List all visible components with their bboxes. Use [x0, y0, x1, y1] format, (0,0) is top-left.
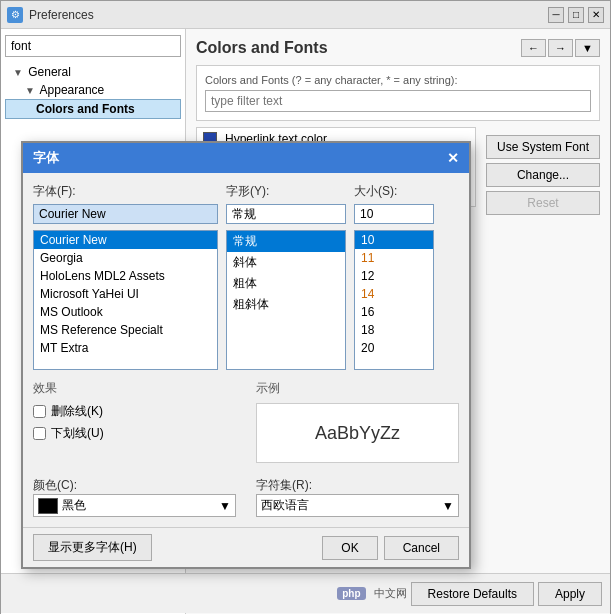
php-label: 中文网 — [374, 586, 407, 601]
font-dialog-body: 字体(F): 字形(Y): 大小(S): Courier New Georgia… — [23, 173, 469, 527]
filter-input[interactable] — [205, 90, 591, 112]
font-family-list[interactable]: Courier New Georgia HoloLens MDL2 Assets… — [33, 230, 218, 370]
charset-dropdown[interactable]: 西欧语言 ▼ — [256, 494, 459, 517]
right-buttons: Use System Font Change... Reset — [486, 135, 600, 215]
strikethrough-row: 删除线(K) — [33, 403, 236, 420]
filter-section: Colors and Fonts (? = any character, * =… — [196, 65, 600, 121]
strikethrough-label: 删除线(K) — [51, 403, 103, 420]
color-row: 颜色(C): — [33, 477, 236, 494]
sidebar-tree: ▼ General ▼ Appearance Colors and Fonts — [5, 63, 181, 119]
maximize-button[interactable]: □ — [568, 7, 584, 23]
preview-text: AaBbYyZz — [315, 423, 400, 444]
color-dropdown[interactable]: 黑色 ▼ — [33, 494, 236, 517]
list-item[interactable]: Georgia — [34, 249, 217, 267]
sidebar-item-colors-and-fonts[interactable]: Colors and Fonts — [5, 99, 181, 119]
color-label: 颜色(C): — [33, 477, 88, 494]
restore-defaults-button[interactable]: Restore Defaults — [411, 582, 534, 606]
font-style-list[interactable]: 常规 斜体 粗体 粗斜体 — [226, 230, 346, 370]
list-item[interactable]: 16 — [355, 303, 433, 321]
preview-title: 示例 — [256, 380, 459, 397]
font-effects-row: 效果 删除线(K) 下划线(U) 示例 AaBbYyZz — [33, 380, 459, 463]
list-item[interactable]: MS Outlook — [34, 303, 217, 321]
list-item[interactable]: 粗体 — [227, 273, 345, 294]
underline-row: 下划线(U) — [33, 425, 236, 442]
list-item[interactable]: 20 — [355, 339, 433, 357]
font-column-labels: 字体(F): 字形(Y): 大小(S): — [33, 183, 459, 200]
font-dialog-title-bar: 字体 ✕ — [23, 143, 469, 173]
preview-col: 示例 AaBbYyZz — [256, 380, 459, 463]
back-button[interactable]: ← — [521, 39, 546, 57]
charset-dropdown-arrow: ▼ — [442, 499, 454, 513]
list-item[interactable]: 14 — [355, 285, 433, 303]
list-item[interactable]: 常规 — [227, 231, 345, 252]
nav-dropdown-button[interactable]: ▼ — [575, 39, 600, 57]
window-title: Preferences — [29, 8, 94, 22]
sidebar-colors-fonts-label: Colors and Fonts — [36, 102, 135, 116]
font-size-input[interactable] — [354, 204, 434, 224]
charset-label: 字符集(R): — [256, 477, 312, 494]
family-label: 字体(F): — [33, 183, 218, 200]
main-header: Colors and Fonts ← → ▼ — [196, 39, 600, 57]
pref-bottom-bar: php 中文网 Restore Defaults Apply — [1, 573, 610, 613]
change-button[interactable]: Change... — [486, 163, 600, 187]
sidebar-item-appearance[interactable]: ▼ Appearance — [5, 81, 181, 99]
filter-label: Colors and Fonts (? = any character, * =… — [205, 74, 591, 86]
arrow-icon-2: ▼ — [25, 85, 35, 96]
title-bar-controls: ─ □ ✕ — [548, 7, 604, 23]
arrow-icon: ▼ — [13, 67, 23, 78]
underline-checkbox[interactable] — [33, 427, 46, 440]
charset-row: 字符集(R): — [256, 477, 459, 494]
search-input[interactable] — [5, 35, 181, 57]
list-item[interactable]: 粗斜体 — [227, 294, 345, 315]
title-bar: ⚙ Preferences ─ □ ✕ — [1, 1, 610, 29]
list-item[interactable]: MT Extra — [34, 339, 217, 357]
list-item[interactable]: 12 — [355, 267, 433, 285]
font-dialog-title-label: 字体 — [33, 149, 59, 167]
font-dialog-close-button[interactable]: ✕ — [447, 150, 459, 166]
color-value: 黑色 — [62, 497, 86, 514]
sidebar-appearance-label: Appearance — [40, 83, 105, 97]
apply-button[interactable]: Apply — [538, 582, 602, 606]
underline-label: 下划线(U) — [51, 425, 104, 442]
list-item[interactable]: 10 — [355, 231, 433, 249]
effects-col: 效果 删除线(K) 下划线(U) — [33, 380, 236, 463]
color-block — [38, 498, 58, 514]
list-item[interactable]: 11 — [355, 249, 433, 267]
page-title: Colors and Fonts — [196, 39, 328, 57]
minimize-button[interactable]: ─ — [548, 7, 564, 23]
ok-cancel-row: OK Cancel — [322, 536, 459, 560]
strikethrough-checkbox[interactable] — [33, 405, 46, 418]
nav-buttons: ← → ▼ — [521, 39, 600, 57]
charset-value: 西欧语言 — [261, 497, 309, 514]
font-lists: Courier New Georgia HoloLens MDL2 Assets… — [33, 230, 459, 370]
preferences-window: ⚙ Preferences ─ □ ✕ ▼ General ▼ Appearan… — [0, 0, 611, 614]
font-family-input[interactable] — [33, 204, 218, 224]
list-item[interactable]: Courier New — [34, 231, 217, 249]
cancel-button[interactable]: Cancel — [384, 536, 459, 560]
php-badge: php — [337, 587, 365, 600]
sidebar-general-label: General — [28, 65, 71, 79]
list-item[interactable]: HoloLens MDL2 Assets — [34, 267, 217, 285]
list-item[interactable]: 斜体 — [227, 252, 345, 273]
list-item[interactable]: MS Reference Specialt — [34, 321, 217, 339]
forward-button[interactable]: → — [548, 39, 573, 57]
preview-box: AaBbYyZz — [256, 403, 459, 463]
font-dialog-bottom: 显示更多字体(H) OK Cancel — [23, 527, 469, 567]
show-more-button[interactable]: 显示更多字体(H) — [33, 534, 152, 561]
close-button[interactable]: ✕ — [588, 7, 604, 23]
color-dropdown-arrow: ▼ — [219, 499, 231, 513]
ok-button[interactable]: OK — [322, 536, 377, 560]
style-label: 字形(Y): — [226, 183, 346, 200]
effects-title: 效果 — [33, 380, 236, 397]
use-system-font-button[interactable]: Use System Font — [486, 135, 600, 159]
list-item[interactable]: 18 — [355, 321, 433, 339]
title-bar-left: ⚙ Preferences — [7, 7, 94, 23]
reset-button[interactable]: Reset — [486, 191, 600, 215]
font-style-input[interactable] — [226, 204, 346, 224]
sidebar-item-general[interactable]: ▼ General — [5, 63, 181, 81]
font-size-list[interactable]: 10 11 12 14 16 18 20 — [354, 230, 434, 370]
list-item[interactable]: Microsoft YaHei UI — [34, 285, 217, 303]
font-inputs — [33, 204, 459, 224]
size-label: 大小(S): — [354, 183, 434, 200]
font-dialog: 字体 ✕ 字体(F): 字形(Y): 大小(S): Courier New — [21, 141, 471, 569]
